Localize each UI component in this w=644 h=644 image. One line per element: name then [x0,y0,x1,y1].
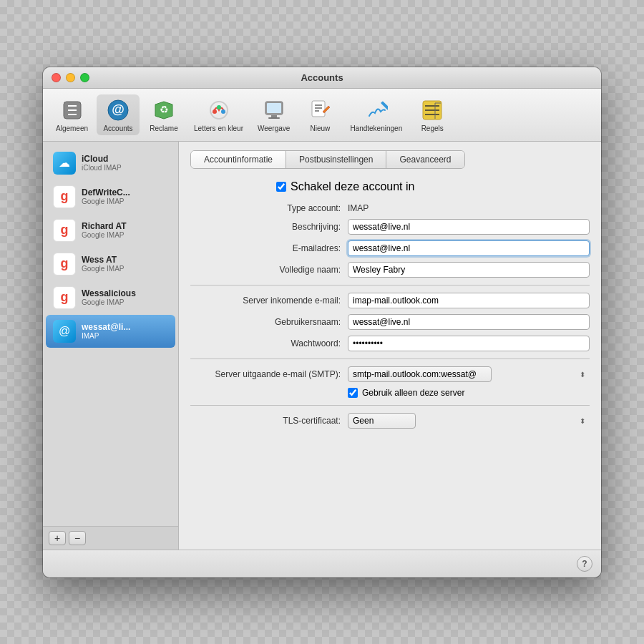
tab-bar: Accountinformatie Postbusinstellingen Ge… [190,150,465,169]
svg-rect-12 [267,103,281,113]
enable-label: Schakel deze account in [291,180,414,193]
toolbar-item-reclame[interactable]: ♻ Reclame [142,94,185,135]
handtekeningen-label: Handtekeningen [350,125,402,132]
tab-geavanceerd[interactable]: Geavanceerd [386,151,464,168]
wachtwoord-label: Wachtwoord: [190,338,348,348]
type-value: IMAP [348,203,369,213]
sidebar: ☁ iCloud iCloud IMAP g DefWriteC... Goog… [43,142,179,550]
svg-point-9 [221,109,225,114]
tls-wrapper: Geen Automatisch STARTTLS SSL/TLS [348,413,590,429]
toolbar-item-handtekeningen[interactable]: Handtekeningen [344,94,408,135]
icloud-name: iCloud [82,154,168,164]
svg-point-8 [213,109,217,114]
svg-rect-19 [381,101,388,110]
sidebar-item-wessalicious[interactable]: g Wessalicious Google IMAP [46,281,175,314]
gebruik-row: Gebruik alleen deze server [190,388,590,398]
wessalicious-type: Google IMAP [82,298,168,306]
gebruiker-label: Gebruikersnaam: [190,317,348,327]
toolbar-item-nieuw[interactable]: Nieuw [298,94,341,135]
sidebar-item-icloud[interactable]: ☁ iCloud iCloud IMAP [46,147,175,180]
defwrite-icon: g [53,185,76,208]
wachtwoord-input[interactable] [348,336,590,351]
beschrijving-row: Beschrijving: [190,219,590,235]
server-in-label: Server inkomende e-mail: [190,296,348,306]
server-in-row: Server inkomende e-mail: [190,293,590,308]
toolbar-item-weergave[interactable]: Weergave [252,94,296,135]
svg-rect-14 [268,117,280,119]
toolbar-item-algemeen[interactable]: Algemeen [50,94,94,135]
account-form: Schakel deze account in Type account: IM… [190,180,590,541]
naam-label: Volledige naam: [190,265,348,275]
toolbar-item-letters[interactable]: Letters en kleur [188,94,249,135]
traffic-lights [52,73,89,82]
handtekeningen-icon [364,97,389,123]
toolbar-item-accounts[interactable]: @ Accounts [97,94,140,135]
tls-label: TLS-certificaat: [190,416,348,426]
accounts-label: Accounts [103,125,132,132]
naam-row: Volledige naam: [190,262,590,278]
beschrijving-input[interactable] [348,219,590,235]
server-out-select[interactable]: smtp-mail.outlook.com:wessat@ [348,366,492,382]
title-bar: Accounts [43,67,601,89]
email-input[interactable] [348,240,590,256]
bottom-bar: ? [43,550,601,577]
gebruik-label: Gebruik alleen deze server [362,388,464,398]
icloud-icon: ☁ [53,152,76,175]
naam-input[interactable] [348,262,590,278]
type-row: Type account: IMAP [190,203,590,213]
gebruiker-input[interactable] [348,314,590,330]
sidebar-item-defwrite[interactable]: g DefWriteC... Google IMAP [46,180,175,213]
richard-icon: g [53,219,76,242]
wessalicious-icon: g [53,286,76,309]
enable-checkbox[interactable] [276,182,286,192]
accounts-icon: @ [105,97,131,123]
sidebar-item-richard[interactable]: g Richard AT Google IMAP [46,214,175,247]
server-in-input[interactable] [348,293,590,308]
help-button[interactable]: ? [577,556,592,572]
type-label: Type account: [190,203,348,213]
letters-icon [206,97,232,123]
remove-account-button[interactable]: − [69,531,86,545]
window-title: Accounts [301,72,343,83]
tls-row: TLS-certificaat: Geen Automatisch STARTT… [190,413,590,429]
add-account-button[interactable]: + [49,531,66,545]
minimize-button[interactable] [66,73,75,82]
weergave-label: Weergave [258,125,290,132]
detail-panel: Accountinformatie Postbusinstellingen Ge… [179,142,601,550]
wess-name: Wess AT [82,255,168,265]
main-window: Accounts Algemeen @ Accounts [43,67,601,577]
maximize-button[interactable] [80,73,89,82]
reclame-icon: ♻ [151,97,177,123]
defwrite-type: Google IMAP [82,197,168,205]
gebruik-checkbox[interactable] [348,388,358,398]
email-label: E-mailadres: [190,243,348,253]
wess-icon: g [53,253,76,275]
beschrijving-label: Beschrijving: [190,222,348,232]
algemeen-icon [59,97,85,123]
toolbar: Algemeen @ Accounts ♻ Reclame [43,89,601,142]
regels-label: Regels [421,125,444,132]
icloud-type: iCloud IMAP [82,164,168,172]
nieuw-label: Nieuw [310,125,330,132]
reclame-label: Reclame [150,125,177,132]
wessat-name: wessat@li... [82,322,168,332]
sidebar-bottom: + − [43,526,178,550]
email-row: E-mailadres: [190,240,590,256]
wessat-icon: @ [53,320,76,343]
server-out-wrapper: smtp-mail.outlook.com:wessat@ [348,366,590,382]
regels-icon [419,97,445,123]
letters-label: Letters en kleur [194,125,243,132]
tls-select[interactable]: Geen Automatisch STARTTLS SSL/TLS [348,413,416,429]
tab-accountinfo[interactable]: Accountinformatie [191,151,286,168]
tab-postbus[interactable]: Postbusinstellingen [286,151,386,168]
sidebar-item-wessat[interactable]: @ wessat@li... IMAP [46,315,175,348]
richard-name: Richard AT [82,221,168,231]
main-content: ☁ iCloud iCloud IMAP g DefWriteC... Goog… [43,142,601,550]
svg-point-10 [217,105,221,109]
wessalicious-name: Wessalicious [82,288,168,298]
enable-row: Schakel deze account in [190,180,590,193]
close-button[interactable] [52,73,61,82]
sidebar-item-wess[interactable]: g Wess AT Google IMAP [46,248,175,280]
wessat-type: IMAP [82,332,168,340]
toolbar-item-regels[interactable]: Regels [411,94,454,135]
